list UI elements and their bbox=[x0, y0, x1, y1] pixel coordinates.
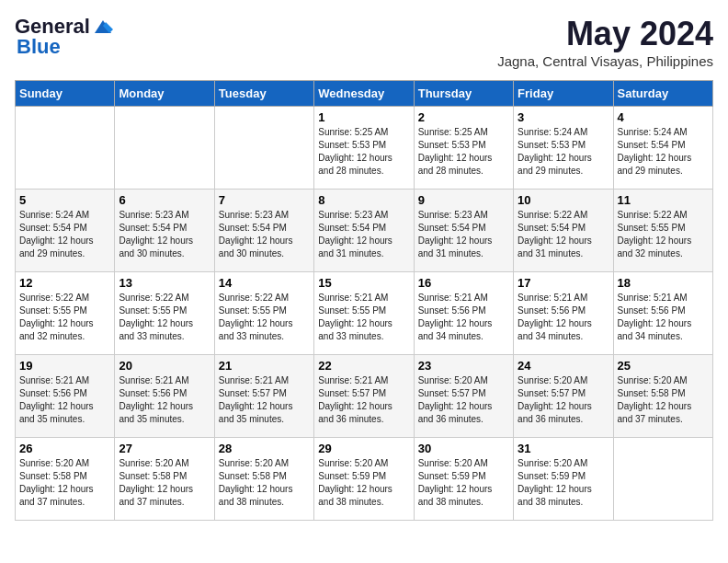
calendar-cell: 21Sunrise: 5:21 AM Sunset: 5:57 PM Dayli… bbox=[214, 355, 313, 438]
week-row-5: 26Sunrise: 5:20 AM Sunset: 5:58 PM Dayli… bbox=[16, 438, 713, 521]
day-info: Sunrise: 5:23 AM Sunset: 5:54 PM Dayligh… bbox=[418, 209, 509, 260]
day-number: 18 bbox=[618, 276, 709, 290]
day-info: Sunrise: 5:25 AM Sunset: 5:53 PM Dayligh… bbox=[318, 126, 409, 178]
calendar-cell: 11Sunrise: 5:22 AM Sunset: 5:55 PM Dayli… bbox=[613, 190, 712, 272]
calendar-cell: 25Sunrise: 5:20 AM Sunset: 5:58 PM Dayli… bbox=[613, 355, 712, 438]
column-header-monday: Monday bbox=[115, 81, 214, 107]
calendar-cell: 19Sunrise: 5:21 AM Sunset: 5:56 PM Dayli… bbox=[16, 355, 115, 438]
day-info: Sunrise: 5:20 AM Sunset: 5:57 PM Dayligh… bbox=[518, 374, 609, 426]
day-info: Sunrise: 5:20 AM Sunset: 5:59 PM Dayligh… bbox=[318, 457, 409, 509]
calendar-cell: 27Sunrise: 5:20 AM Sunset: 5:58 PM Dayli… bbox=[115, 438, 214, 521]
calendar-cell: 23Sunrise: 5:20 AM Sunset: 5:57 PM Dayli… bbox=[414, 355, 513, 438]
column-header-saturday: Saturday bbox=[613, 81, 712, 107]
day-number: 28 bbox=[219, 442, 310, 455]
column-header-sunday: Sunday bbox=[16, 81, 115, 107]
calendar-cell bbox=[115, 107, 214, 190]
day-number: 8 bbox=[318, 193, 409, 207]
day-number: 24 bbox=[518, 359, 609, 373]
day-number: 25 bbox=[618, 359, 709, 373]
calendar-cell: 30Sunrise: 5:20 AM Sunset: 5:59 PM Dayli… bbox=[414, 438, 513, 521]
calendar-cell: 10Sunrise: 5:22 AM Sunset: 5:54 PM Dayli… bbox=[514, 190, 613, 272]
day-number: 23 bbox=[418, 359, 509, 373]
day-info: Sunrise: 5:20 AM Sunset: 5:58 PM Dayligh… bbox=[618, 374, 709, 426]
calendar-cell: 22Sunrise: 5:21 AM Sunset: 5:57 PM Dayli… bbox=[314, 355, 414, 438]
calendar-cell: 12Sunrise: 5:22 AM Sunset: 5:55 PM Dayli… bbox=[16, 272, 115, 355]
day-info: Sunrise: 5:21 AM Sunset: 5:56 PM Dayligh… bbox=[518, 292, 609, 343]
calendar-table: SundayMondayTuesdayWednesdayThursdayFrid… bbox=[15, 80, 713, 521]
calendar-cell: 14Sunrise: 5:22 AM Sunset: 5:55 PM Dayli… bbox=[214, 272, 313, 355]
calendar-cell: 5Sunrise: 5:24 AM Sunset: 5:54 PM Daylig… bbox=[16, 190, 115, 272]
day-number: 14 bbox=[219, 276, 310, 290]
day-number: 16 bbox=[418, 276, 509, 290]
day-number: 19 bbox=[19, 359, 110, 373]
day-info: Sunrise: 5:23 AM Sunset: 5:54 PM Dayligh… bbox=[119, 209, 210, 260]
calendar-cell: 17Sunrise: 5:21 AM Sunset: 5:56 PM Dayli… bbox=[514, 272, 613, 355]
day-info: Sunrise: 5:22 AM Sunset: 5:54 PM Dayligh… bbox=[518, 209, 609, 260]
calendar-cell: 6Sunrise: 5:23 AM Sunset: 5:54 PM Daylig… bbox=[115, 190, 214, 272]
logo-area: General Blue bbox=[15, 15, 113, 59]
day-info: Sunrise: 5:22 AM Sunset: 5:55 PM Dayligh… bbox=[618, 209, 709, 260]
calendar-cell: 31Sunrise: 5:20 AM Sunset: 5:59 PM Dayli… bbox=[514, 438, 613, 521]
day-info: Sunrise: 5:21 AM Sunset: 5:56 PM Dayligh… bbox=[19, 374, 110, 426]
week-row-2: 5Sunrise: 5:24 AM Sunset: 5:54 PM Daylig… bbox=[16, 190, 713, 272]
column-header-thursday: Thursday bbox=[414, 81, 513, 107]
calendar-title: May 2024 bbox=[497, 15, 713, 53]
calendar-cell: 29Sunrise: 5:20 AM Sunset: 5:59 PM Dayli… bbox=[314, 438, 414, 521]
day-number: 7 bbox=[219, 193, 310, 207]
calendar-cell: 28Sunrise: 5:20 AM Sunset: 5:58 PM Dayli… bbox=[214, 438, 313, 521]
calendar-cell bbox=[16, 107, 115, 190]
day-number: 31 bbox=[518, 442, 609, 455]
day-info: Sunrise: 5:22 AM Sunset: 5:55 PM Dayligh… bbox=[119, 292, 210, 343]
day-number: 6 bbox=[119, 193, 210, 207]
day-info: Sunrise: 5:25 AM Sunset: 5:53 PM Dayligh… bbox=[418, 126, 509, 178]
day-info: Sunrise: 5:20 AM Sunset: 5:59 PM Dayligh… bbox=[518, 457, 609, 509]
calendar-cell: 8Sunrise: 5:23 AM Sunset: 5:54 PM Daylig… bbox=[314, 190, 414, 272]
calendar-cell bbox=[613, 438, 712, 521]
day-info: Sunrise: 5:21 AM Sunset: 5:55 PM Dayligh… bbox=[318, 292, 409, 343]
day-number: 5 bbox=[19, 193, 110, 207]
day-number: 1 bbox=[318, 110, 409, 124]
day-info: Sunrise: 5:20 AM Sunset: 5:59 PM Dayligh… bbox=[418, 457, 509, 509]
calendar-cell: 15Sunrise: 5:21 AM Sunset: 5:55 PM Dayli… bbox=[314, 272, 414, 355]
header: General Blue May 2024 Jagna, Central Vis… bbox=[15, 15, 713, 69]
day-info: Sunrise: 5:21 AM Sunset: 5:56 PM Dayligh… bbox=[119, 374, 210, 426]
calendar-cell: 20Sunrise: 5:21 AM Sunset: 5:56 PM Dayli… bbox=[115, 355, 214, 438]
week-row-4: 19Sunrise: 5:21 AM Sunset: 5:56 PM Dayli… bbox=[16, 355, 713, 438]
day-info: Sunrise: 5:20 AM Sunset: 5:57 PM Dayligh… bbox=[418, 374, 509, 426]
calendar-cell: 26Sunrise: 5:20 AM Sunset: 5:58 PM Dayli… bbox=[16, 438, 115, 521]
calendar-cell: 7Sunrise: 5:23 AM Sunset: 5:54 PM Daylig… bbox=[214, 190, 313, 272]
column-header-tuesday: Tuesday bbox=[214, 81, 313, 107]
day-number: 4 bbox=[618, 110, 709, 124]
day-info: Sunrise: 5:24 AM Sunset: 5:54 PM Dayligh… bbox=[618, 126, 709, 178]
day-number: 30 bbox=[418, 442, 509, 455]
calendar-cell: 1Sunrise: 5:25 AM Sunset: 5:53 PM Daylig… bbox=[314, 107, 414, 190]
day-info: Sunrise: 5:24 AM Sunset: 5:53 PM Dayligh… bbox=[518, 126, 609, 178]
logo-icon bbox=[93, 18, 113, 35]
day-number: 22 bbox=[318, 359, 409, 373]
calendar-subtitle: Jagna, Central Visayas, Philippines bbox=[497, 53, 713, 69]
day-number: 29 bbox=[318, 442, 409, 455]
day-info: Sunrise: 5:21 AM Sunset: 5:56 PM Dayligh… bbox=[618, 292, 709, 343]
day-info: Sunrise: 5:21 AM Sunset: 5:56 PM Dayligh… bbox=[418, 292, 509, 343]
calendar-cell: 13Sunrise: 5:22 AM Sunset: 5:55 PM Dayli… bbox=[115, 272, 214, 355]
column-header-friday: Friday bbox=[514, 81, 613, 107]
day-info: Sunrise: 5:22 AM Sunset: 5:55 PM Dayligh… bbox=[219, 292, 310, 343]
calendar-cell: 9Sunrise: 5:23 AM Sunset: 5:54 PM Daylig… bbox=[414, 190, 513, 272]
title-area: May 2024 Jagna, Central Visayas, Philipp… bbox=[497, 15, 713, 69]
column-header-wednesday: Wednesday bbox=[314, 81, 414, 107]
day-info: Sunrise: 5:21 AM Sunset: 5:57 PM Dayligh… bbox=[219, 374, 310, 426]
day-info: Sunrise: 5:24 AM Sunset: 5:54 PM Dayligh… bbox=[19, 209, 110, 260]
day-number: 27 bbox=[119, 442, 210, 455]
day-number: 15 bbox=[318, 276, 409, 290]
day-info: Sunrise: 5:20 AM Sunset: 5:58 PM Dayligh… bbox=[19, 457, 110, 509]
calendar-cell: 16Sunrise: 5:21 AM Sunset: 5:56 PM Dayli… bbox=[414, 272, 513, 355]
day-number: 9 bbox=[418, 193, 509, 207]
day-number: 10 bbox=[518, 193, 609, 207]
week-row-1: 1Sunrise: 5:25 AM Sunset: 5:53 PM Daylig… bbox=[16, 107, 713, 190]
day-number: 17 bbox=[518, 276, 609, 290]
day-info: Sunrise: 5:23 AM Sunset: 5:54 PM Dayligh… bbox=[219, 209, 310, 260]
day-info: Sunrise: 5:21 AM Sunset: 5:57 PM Dayligh… bbox=[318, 374, 409, 426]
day-number: 2 bbox=[418, 110, 509, 124]
day-info: Sunrise: 5:20 AM Sunset: 5:58 PM Dayligh… bbox=[119, 457, 210, 509]
day-number: 20 bbox=[119, 359, 210, 373]
